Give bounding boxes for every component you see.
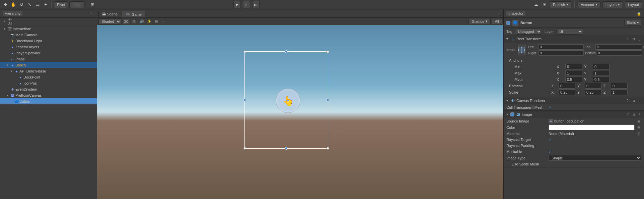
layer-select[interactable]: UI [556, 29, 583, 35]
hierarchy-item-zepeto[interactable]: ● ZepetoPlayers [0, 44, 97, 50]
hierarchy-item-eventsystem[interactable]: ⚙ EventSystem [0, 86, 97, 92]
scene-fx-btn[interactable]: ✨ [146, 18, 152, 24]
scene-extras-btn[interactable]: ⋯ [161, 18, 167, 24]
scene-2d-btn[interactable]: 2D [131, 18, 137, 24]
rot-z-input[interactable] [611, 83, 628, 89]
handle-ml[interactable] [243, 99, 246, 101]
pause-button[interactable]: ⏸ [243, 1, 250, 8]
hierarchy-options-btn[interactable]: ⋮ [88, 10, 94, 16]
hierarchy-item-dir-light[interactable]: ☀ Directional Light [0, 38, 97, 44]
scale-y-input[interactable] [585, 89, 601, 95]
hierarchy-all-btn[interactable]: 👁 All [8, 18, 14, 24]
gizmos-btn[interactable]: Gizmos ▾ [469, 18, 490, 25]
hierarchy-item-iconpos[interactable]: ● IconPos [0, 80, 97, 86]
image-more-btn[interactable]: ⋮ [637, 112, 642, 117]
rect-transform-info-btn[interactable]: ? [625, 37, 630, 41]
canvas-info-btn[interactable]: ? [625, 98, 630, 103]
color-pick-btn[interactable]: ◎ [637, 125, 641, 130]
rect-transform-header[interactable]: ▼ ⊞ Rect Transform ? ⚙ ⋮ [504, 35, 644, 43]
pivot-y-input[interactable] [593, 77, 610, 82]
rect-tool-icon[interactable]: ▭ [34, 1, 41, 8]
scene-all-btn[interactable]: All [492, 18, 502, 25]
image-header[interactable]: ▼ 🖼 Image ? ⚙ ⋮ [504, 111, 644, 118]
canvas-more-btn[interactable]: ⋮ [637, 98, 642, 103]
handle-tm[interactable] [285, 50, 288, 53]
play-button[interactable]: ▶ [233, 1, 241, 8]
scale-tool-icon[interactable]: ⤡ [26, 1, 33, 8]
layout-button[interactable]: Layout [625, 1, 642, 8]
hierarchy-item-dockpoint[interactable]: ● DockPoint [0, 74, 97, 80]
step-button[interactable]: ⏭ [252, 1, 260, 8]
canvas-settings-btn[interactable]: ⚙ [631, 98, 636, 103]
scene-view[interactable]: 👆 [97, 25, 503, 199]
handle-tr[interactable] [327, 50, 329, 53]
account-button[interactable]: Account ▾ [578, 1, 600, 8]
hierarchy-scene-root[interactable]: ▼ 🎬 Interaction* [0, 26, 97, 32]
cloud-icon[interactable]: ☁ [532, 1, 539, 8]
scene-panel-options-btn[interactable]: ⋮ [496, 11, 502, 17]
image-type-select[interactable]: Simple [549, 155, 641, 161]
gizmos-label: Gizmos [472, 19, 484, 23]
inspector-header: Inspector 🔒 [504, 9, 644, 18]
left-input[interactable] [539, 44, 584, 50]
bottom-input[interactable] [597, 50, 642, 56]
anchor-preset-icon[interactable] [518, 45, 525, 55]
canvas-renderer-header[interactable]: ▼ 👁 Canvas Renderer ? ⚙ ⋮ [504, 97, 644, 104]
rotate-tool-icon[interactable]: ↺ [18, 1, 25, 8]
transform-tool-icon[interactable]: ✦ [42, 1, 49, 8]
scene-audio-btn[interactable]: 🔊 [139, 18, 145, 24]
rect-transform-more-btn[interactable]: ⋮ [637, 37, 642, 41]
image-info-btn[interactable]: ? [625, 112, 630, 117]
handle-mr[interactable] [327, 99, 329, 101]
grid-icon[interactable]: ⊞ [89, 1, 96, 8]
scene-tab[interactable]: 🏔 Scene [98, 11, 121, 17]
anchors-max-y-input[interactable] [593, 70, 610, 76]
anchors-max-x-input[interactable] [565, 70, 582, 76]
scene-arrow-icon: ▼ [3, 27, 7, 31]
hierarchy-item-preficoncanvas[interactable]: ▼ 🖼 PrefIconCanvas [0, 92, 97, 98]
scale-z-input[interactable] [611, 89, 628, 95]
settings-icon[interactable]: ☀ [541, 1, 548, 8]
game-tab[interactable]: 🎮 Game [122, 11, 145, 17]
hierarchy-item-bench[interactable]: ▼ ■ Bench [0, 62, 97, 68]
hierarchy-tab[interactable]: Hierarchy [3, 11, 22, 16]
scene-grid-btn[interactable]: ⊞ [153, 18, 159, 24]
pivot-button[interactable]: Pivot [54, 1, 68, 8]
rot-x-label: X [551, 84, 557, 88]
handle-bl[interactable] [243, 147, 246, 150]
top-input[interactable] [595, 44, 642, 50]
rot-x-input[interactable] [559, 83, 575, 89]
object-active-checkbox[interactable] [506, 21, 510, 25]
source-image-pick-btn[interactable]: ◎ [637, 119, 641, 123]
right-input[interactable] [539, 50, 584, 56]
color-swatch[interactable] [549, 125, 635, 130]
hierarchy-item-main-camera[interactable]: 📷 Main Camera [0, 32, 97, 38]
static-button[interactable]: Static ▾ [624, 20, 641, 26]
handle-bm[interactable] [285, 147, 288, 150]
layers-button[interactable]: Layers ▾ [602, 1, 623, 8]
tag-select[interactable]: Untagged [515, 29, 542, 35]
scale-x-input[interactable] [559, 89, 575, 95]
lock-icon[interactable]: 🔒 [637, 11, 641, 16]
publish-button[interactable]: Publish ▾ [550, 1, 571, 8]
inspector-tab[interactable]: Inspector [506, 11, 525, 16]
rect-transform-settings-btn[interactable]: ⚙ [631, 37, 636, 41]
handle-tl[interactable] [243, 50, 246, 53]
hand-tool-icon[interactable]: ✋ [10, 1, 17, 8]
move-tool-icon[interactable]: ✥ [2, 1, 9, 8]
image-settings-btn[interactable]: ⚙ [631, 112, 636, 117]
image-enabled-checkbox[interactable] [510, 112, 514, 116]
anchors-min-y-input[interactable] [593, 64, 610, 69]
hierarchy-item-bench-base[interactable]: ▼ ■ AP_Bench-base [0, 68, 97, 74]
hierarchy-item-button[interactable]: 🔵 Button [0, 98, 97, 104]
pivot-x-input[interactable] [565, 77, 582, 82]
hierarchy-item-plane[interactable]: ▭ Plane [0, 56, 97, 62]
handle-br[interactable] [327, 147, 329, 150]
shading-select[interactable]: Shaded [98, 18, 121, 24]
hierarchy-item-spawner[interactable]: ● PlayerSpawner [0, 50, 97, 56]
rot-y-input[interactable] [585, 83, 601, 89]
anchors-min-x-input[interactable] [565, 64, 582, 69]
local-button[interactable]: Local [69, 1, 84, 8]
hierarchy-add-btn[interactable]: + [1, 18, 7, 24]
material-pick-btn[interactable]: ◎ [637, 131, 641, 136]
